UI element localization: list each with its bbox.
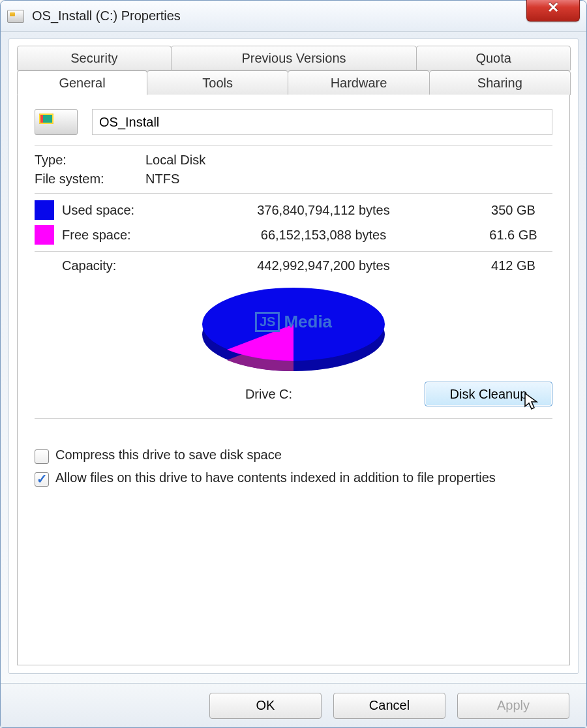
general-panel: Type: Local Disk File system: NTFS Used … (17, 95, 570, 665)
properties-window: OS_Install (C:) Properties ✕ Security Pr… (0, 0, 587, 728)
drive-label: Drive C: (35, 387, 425, 402)
used-color-swatch (35, 200, 54, 220)
watermark: JS Media (255, 312, 332, 332)
capacity-label: Capacity: (35, 258, 173, 273)
watermark-text: Media (284, 312, 332, 332)
tab-tools[interactable]: Tools (147, 70, 288, 95)
used-label: Used space: (62, 203, 173, 218)
tab-previous-versions[interactable]: Previous Versions (171, 46, 417, 70)
close-button[interactable]: ✕ (526, 0, 580, 22)
index-checkbox[interactable] (35, 472, 49, 487)
separator (35, 251, 552, 252)
drive-name-input[interactable] (92, 109, 552, 135)
free-label: Free space: (62, 228, 173, 243)
tab-quota[interactable]: Quota (416, 46, 571, 70)
titlebar: OS_Install (C:) Properties (1, 1, 586, 32)
free-color-swatch (35, 225, 54, 245)
pie-chart-area: JS Media (35, 276, 552, 387)
used-gb: 350 GB (474, 203, 552, 218)
fs-value: NTFS (145, 172, 179, 187)
capacity-bytes: 442,992,947,200 bytes (173, 258, 474, 273)
index-label: Allow files on this drive to have conten… (55, 470, 496, 485)
compress-checkbox[interactable] (35, 449, 49, 464)
cancel-button[interactable]: Cancel (333, 693, 445, 719)
separator (35, 145, 552, 146)
content-frame: Security Previous Versions Quota General… (8, 38, 579, 674)
apply-button[interactable]: Apply (457, 693, 569, 719)
tab-sharing[interactable]: Sharing (429, 70, 571, 95)
disk-cleanup-button[interactable]: Disk Cleanup (425, 382, 552, 406)
tabs-row-1: Security Previous Versions Quota (17, 46, 570, 70)
separator (35, 418, 552, 419)
drive-icon-large (35, 109, 78, 135)
free-bytes: 66,152,153,088 bytes (173, 228, 474, 243)
tabs-row-2: General Tools Hardware Sharing (17, 70, 570, 95)
type-label: Type: (35, 153, 145, 168)
separator (35, 193, 552, 194)
dialog-footer: OK Cancel Apply (1, 683, 586, 727)
tab-security[interactable]: Security (17, 46, 172, 70)
watermark-box: JS (255, 312, 280, 332)
fs-label: File system: (35, 172, 145, 187)
used-bytes: 376,840,794,112 bytes (173, 203, 474, 218)
tab-general[interactable]: General (17, 70, 147, 95)
type-value: Local Disk (145, 153, 205, 168)
capacity-gb: 412 GB (474, 258, 552, 273)
tab-hardware[interactable]: Hardware (288, 70, 429, 95)
window-title: OS_Install (C:) Properties (32, 8, 181, 23)
ok-button[interactable]: OK (209, 693, 322, 719)
compress-label: Compress this drive to save disk space (55, 447, 282, 463)
drive-icon (7, 10, 24, 23)
free-gb: 61.6 GB (474, 228, 552, 243)
